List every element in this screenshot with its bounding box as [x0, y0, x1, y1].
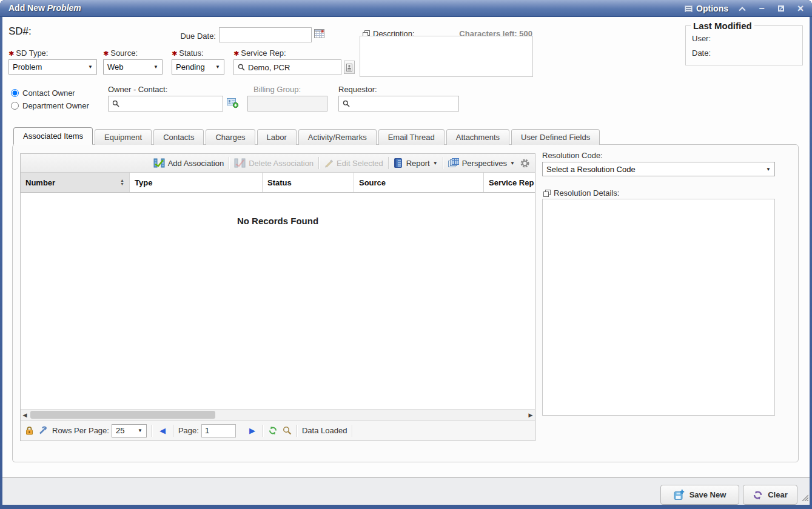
pager-separator — [352, 425, 352, 437]
resolution-details-popout-icon[interactable] — [543, 188, 551, 199]
page-number-input[interactable] — [201, 424, 236, 437]
requestor-label: Requestor: — [338, 85, 377, 94]
column-header-type[interactable]: Type — [130, 173, 263, 192]
window-title-emphasis: Problem — [47, 3, 81, 13]
requestor-input[interactable] — [338, 96, 459, 111]
tab-email-thread[interactable]: Email Thread — [378, 129, 445, 145]
report-button[interactable]: Report ▼ — [394, 158, 438, 168]
department-owner-label: Department Owner — [22, 101, 89, 110]
service-rep-label: ✱Service Rep: — [233, 48, 286, 58]
service-rep-input[interactable]: Demo, PCR — [233, 59, 341, 75]
titlebar[interactable]: Add New Problem Options − × — [0, 0, 812, 17]
chevron-down-icon: ▼ — [215, 64, 220, 70]
perspectives-button[interactable]: Perspectives ▼ — [448, 158, 515, 168]
due-date-label: Due Date: — [176, 32, 216, 41]
column-header-status[interactable]: Status — [263, 173, 354, 192]
close-button[interactable]: × — [795, 3, 806, 14]
last-modified-title: Last Modified — [691, 21, 754, 31]
grid-toolbar: Add Association Delete Association — [21, 154, 535, 173]
scrollbar-thumb[interactable] — [30, 411, 215, 419]
sd-number-label: SD#: — [8, 25, 32, 38]
department-owner-radio[interactable] — [11, 102, 19, 110]
collapse-button[interactable] — [737, 3, 748, 14]
required-marker: ✱ — [172, 50, 177, 57]
delete-association-button[interactable]: Delete Association — [234, 158, 314, 168]
chevron-down-icon: ▼ — [433, 161, 438, 166]
status-select[interactable]: Pending▼ — [172, 59, 224, 75]
tab-activity-remarks[interactable]: Activity/Remarks — [298, 129, 377, 145]
resize-grip[interactable] — [800, 493, 808, 504]
sd-type-label: ✱SD Type: — [8, 48, 48, 58]
service-rep-detail-button[interactable] — [344, 61, 355, 74]
wrench-icon — [38, 426, 47, 435]
owner-contact-label: Owner - Contact: — [108, 85, 167, 94]
tab-contacts[interactable]: Contacts — [153, 129, 204, 145]
add-contact-card-icon — [227, 98, 239, 108]
page-label: Page: — [178, 426, 199, 435]
resolution-code-label: Resolution Code: — [542, 151, 603, 160]
horizontal-scrollbar[interactable]: ◀ ▶ — [21, 409, 535, 420]
billing-group-input — [247, 96, 327, 111]
window-title: Add New Problem — [8, 3, 81, 13]
gear-icon — [520, 158, 530, 168]
options-list-icon — [685, 5, 693, 12]
associated-items-panel: Add Association Delete Association — [12, 144, 799, 462]
clear-button[interactable]: Clear — [743, 485, 797, 505]
column-header-service-rep[interactable]: Service Rep — [484, 173, 535, 192]
billing-group-label: Billing Group: — [253, 85, 301, 94]
grid-search-button[interactable] — [283, 426, 292, 435]
associations-grid: Add Association Delete Association — [20, 153, 535, 441]
lock-button[interactable] — [25, 426, 33, 435]
options-button[interactable]: Options — [685, 4, 728, 13]
sort-icon[interactable]: ▲▼ — [120, 179, 124, 186]
tab-charges[interactable]: Charges — [206, 129, 255, 145]
refresh-button[interactable] — [268, 426, 278, 435]
tab-strip: Associated Items Equipment Contacts Char… — [13, 127, 600, 145]
grid-settings-button[interactable] — [520, 158, 530, 168]
resolution-details-textarea[interactable] — [542, 199, 775, 416]
owner-contact-input[interactable] — [108, 96, 223, 111]
pager-separator — [173, 425, 173, 437]
sd-type-select[interactable]: Problem▼ — [8, 59, 97, 75]
add-new-problem-window: Add New Problem Options − × SD#: Due Dat… — [0, 0, 812, 509]
add-association-button[interactable]: Add Association — [153, 158, 224, 168]
column-header-source[interactable]: Source — [354, 173, 484, 192]
tab-associated-items[interactable]: Associated Items — [13, 127, 93, 145]
previous-page-button[interactable]: ◀ — [157, 426, 168, 435]
pager-separator — [152, 425, 152, 437]
search-icon — [238, 64, 245, 71]
tab-user-defined-fields[interactable]: User Defined Fields — [511, 129, 600, 145]
due-date-calendar-button[interactable] — [314, 28, 325, 41]
tab-equipment[interactable]: Equipment — [95, 129, 152, 145]
due-date-input[interactable] — [219, 27, 312, 42]
customize-button[interactable] — [38, 426, 47, 435]
dialog-content: SD#: Due Date: Description: Characters l… — [2, 17, 810, 505]
save-new-button[interactable]: Save New — [660, 485, 739, 505]
toolbar-separator — [318, 157, 319, 169]
scroll-left-arrow[interactable]: ◀ — [21, 410, 29, 420]
source-select[interactable]: Web▼ — [103, 59, 163, 75]
magnifier-icon — [283, 426, 292, 435]
tab-attachments[interactable]: Attachments — [446, 129, 509, 145]
popout-button[interactable] — [776, 3, 787, 14]
next-page-button[interactable]: ▶ — [247, 426, 258, 435]
scroll-right-arrow[interactable]: ▶ — [526, 410, 535, 420]
add-contact-button[interactable] — [227, 98, 239, 111]
required-marker: ✱ — [233, 50, 239, 57]
description-textarea[interactable] — [360, 36, 533, 77]
contact-owner-radio[interactable] — [11, 89, 19, 97]
no-records-message: No Records Found — [21, 216, 535, 226]
toolbar-separator — [229, 157, 229, 169]
lock-icon — [25, 426, 33, 435]
column-header-number[interactable]: Number ▲▼ — [21, 173, 130, 192]
edit-selected-button[interactable]: Edit Selected — [324, 159, 383, 168]
options-label: Options — [696, 4, 728, 13]
rows-per-page-select[interactable]: 25▼ — [112, 424, 147, 437]
status-label: ✱Status: — [172, 48, 204, 58]
resolution-code-select[interactable]: Select a Resolution Code▼ — [542, 162, 775, 176]
search-icon — [112, 100, 119, 107]
tab-labor[interactable]: Labor — [257, 129, 297, 145]
report-notebook-icon — [394, 158, 403, 168]
minimize-button[interactable]: − — [756, 3, 767, 14]
pager-separator — [297, 425, 297, 437]
